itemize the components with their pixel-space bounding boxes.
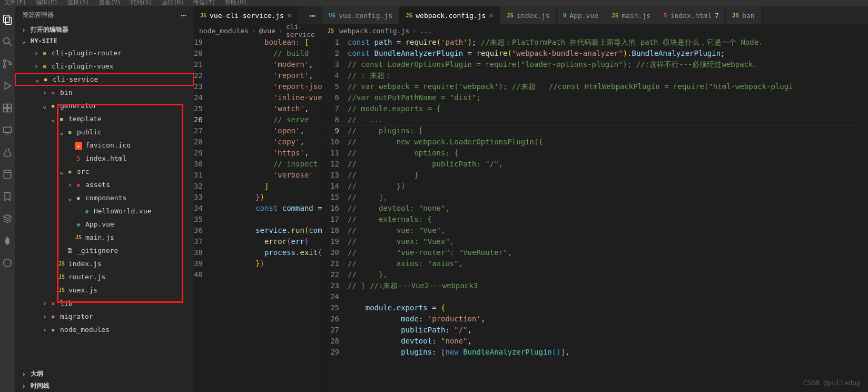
tree-item-index-html[interactable]: 5index.html: [15, 152, 194, 165]
section-outline[interactable]: ›大纲: [15, 368, 194, 380]
section-timeline[interactable]: ›时间线: [15, 380, 194, 392]
file-icon: V6: [329, 12, 336, 19]
sidebar: 资源管理器 ⋯ ›打开的编辑器 ⌄MY-SITE ›▪cli-plugin-ro…: [15, 6, 194, 392]
tree-item-helloworld-vue[interactable]: ◈HelloWorld.vue: [15, 204, 194, 218]
tab-index-js[interactable]: JSindex.js: [500, 6, 557, 24]
tree-item-migrator[interactable]: ›▪migrator: [15, 310, 194, 323]
svg-point-5: [3, 65, 6, 68]
tab-overflow[interactable]: ⋯: [303, 6, 322, 24]
remote-icon[interactable]: [2, 124, 13, 136]
svg-point-4: [3, 60, 6, 62]
watermark: CSDN @pulledup: [803, 379, 861, 387]
testing-icon[interactable]: [2, 146, 13, 158]
search-icon[interactable]: [2, 36, 13, 47]
svg-rect-1: [5, 17, 11, 24]
svg-line-3: [9, 43, 12, 46]
file-icon: 5: [664, 12, 667, 19]
tree-item-assets[interactable]: ›▪assets: [15, 178, 194, 191]
tree-item-vuex-js[interactable]: JSvuex.js: [15, 283, 194, 297]
tree-item-public[interactable]: ⌄▪public: [15, 125, 194, 139]
tree-item-node_modules[interactable]: ›▪node_modules: [15, 323, 194, 336]
section-opened-editors[interactable]: ›打开的编辑器: [15, 24, 194, 36]
editor-body-left[interactable]: 1920212223242526272829303132333435363738…: [194, 37, 322, 392]
svg-marker-7: [5, 83, 11, 90]
svg-point-14: [4, 170, 11, 173]
tree-item-template[interactable]: ⌄▪template: [15, 112, 194, 125]
tree-item-router-js[interactable]: JSrouter.js: [15, 270, 194, 283]
js-icon: JS: [200, 13, 206, 18]
tab-webpack-config-js[interactable]: JSwebpack.config.js ×: [399, 6, 500, 24]
bookmark-icon[interactable]: [2, 191, 13, 202]
tree-item-favicon-ico[interactable]: ★favicon.ico: [15, 139, 194, 152]
tree-item-src[interactable]: ⌄▪src: [15, 165, 194, 178]
menu-item[interactable]: 编辑(E): [36, 0, 58, 6]
database-icon[interactable]: [2, 169, 13, 180]
menu-item[interactable]: 选择(S): [67, 0, 90, 6]
menubar: 文件(F)编辑(E)选择(S)查看(V)转到(G)运行(R)终端(T)帮助(H): [0, 0, 868, 6]
menu-item[interactable]: 帮助(H): [225, 0, 247, 6]
tree-item-app-vue[interactable]: ◈App.vue: [15, 218, 194, 231]
tree-item-components[interactable]: ⌄▪components: [15, 191, 194, 204]
svg-rect-8: [4, 104, 7, 108]
editor-group-right: V6vue.config.jsJSwebpack.config.js ×JSin…: [322, 6, 868, 392]
tab-index-html[interactable]: 5index.html 7: [657, 6, 726, 24]
breadcrumb-left[interactable]: node_modules›@vue›cli-service: [194, 24, 322, 37]
mongo-icon[interactable]: [2, 235, 13, 247]
file-icon: JS: [507, 12, 514, 19]
editor-group-left: JS vue-cli-service.js × ⋯ node_modules›@…: [194, 6, 322, 392]
tab-vue-cli-service[interactable]: JS vue-cli-service.js ×: [194, 6, 298, 24]
tab-vue-config-js[interactable]: V6vue.config.js: [322, 6, 399, 24]
project-icon[interactable]: [2, 213, 13, 224]
line-highlight: [322, 125, 868, 136]
editor-area: JS vue-cli-service.js × ⋯ node_modules›@…: [194, 6, 868, 392]
svg-rect-12: [4, 127, 12, 132]
gutter-right: 1234567891011121314151617181920212223242…: [322, 37, 348, 392]
file-icon: JS: [611, 12, 618, 19]
menu-item[interactable]: 文件(F): [4, 0, 26, 6]
minimap[interactable]: [861, 67, 868, 392]
file-icon: V: [563, 12, 567, 19]
tree-item-main-js[interactable]: JSmain.js: [15, 231, 194, 244]
breadcrumb-right[interactable]: JS webpack.config.js›...: [322, 24, 868, 37]
close-icon[interactable]: ×: [489, 11, 493, 19]
tree-item-lib[interactable]: ›▪lib: [15, 297, 194, 310]
tab-main-js[interactable]: JSmain.js: [605, 6, 657, 24]
code-left[interactable]: boolean: [ // build 'modern', 'report', …: [211, 37, 322, 392]
tabs-right: V6vue.config.jsJSwebpack.config.js ×JSin…: [322, 6, 868, 24]
menu-item[interactable]: 转到(G): [131, 0, 153, 6]
close-icon[interactable]: ×: [287, 11, 291, 19]
tab-ban[interactable]: JSban: [726, 6, 762, 24]
file-tree: ›▪cli-plugin-router›▪cli-plugin-vuex⌄▪cl…: [15, 46, 194, 336]
code-right[interactable]: const path = require('path'); //来超：Platf…: [348, 37, 868, 392]
menu-item[interactable]: 终端(T): [193, 0, 215, 6]
tree-item-cli-plugin-router[interactable]: ›▪cli-plugin-router: [15, 46, 194, 60]
tree-item-cli-plugin-vuex[interactable]: ›▪cli-plugin-vuex: [15, 60, 194, 73]
svg-rect-11: [8, 109, 12, 112]
run-debug-icon[interactable]: [2, 80, 13, 92]
tree-item-cli-service[interactable]: ⌄▪cli-service: [15, 73, 194, 86]
section-project[interactable]: ⌄MY-SITE: [15, 36, 194, 46]
activity-bar: [0, 6, 15, 392]
gutter-left: 1920212223242526272829303132333435363738…: [194, 37, 211, 392]
sidebar-more-icon[interactable]: ⋯: [181, 9, 186, 21]
tree-item-generator[interactable]: ⌄▪generator: [15, 99, 194, 112]
svg-rect-9: [8, 104, 12, 108]
menu-item[interactable]: 查看(V): [99, 0, 121, 6]
svg-rect-10: [4, 109, 7, 112]
svg-point-2: [4, 38, 9, 44]
sidebar-title: 资源管理器: [22, 11, 54, 19]
tree-item-bin[interactable]: ›▪bin: [15, 86, 194, 99]
editor-body-right[interactable]: 1234567891011121314151617181920212223242…: [322, 37, 868, 392]
tree-item-index-js[interactable]: JSindex.js: [15, 257, 194, 270]
extensions-icon[interactable]: [2, 102, 13, 114]
menu-item[interactable]: 运行(R): [162, 0, 184, 6]
explorer-icon[interactable]: [2, 14, 13, 25]
misc-icon[interactable]: [2, 257, 13, 269]
tab-app-vue[interactable]: VApp.vue: [557, 6, 605, 24]
file-icon: JS: [732, 12, 739, 19]
source-control-icon[interactable]: [2, 58, 13, 70]
tree-item-_gitignore[interactable]: 🗎_gitignore: [15, 244, 194, 257]
tabs-left: JS vue-cli-service.js × ⋯: [194, 6, 322, 24]
svg-point-15: [4, 259, 12, 267]
js-icon: JS: [328, 28, 334, 34]
